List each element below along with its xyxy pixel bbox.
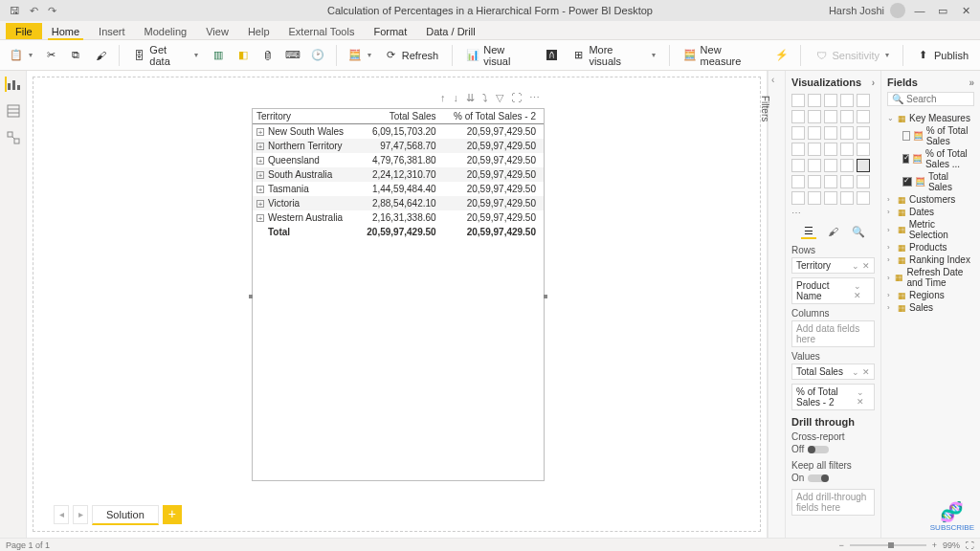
format-painter-button[interactable]: 🖌 [90, 46, 111, 65]
report-canvas[interactable]: ↑ ↓ ⇊ ⤵ ▽ ⛶ ⋯ Territory Total Sales % of… [33, 77, 761, 532]
filter-icon[interactable]: ▽ [496, 92, 503, 104]
excel-source-button[interactable]: ▥ [208, 46, 229, 65]
cut-button[interactable]: ✂ [40, 46, 61, 65]
columns-well[interactable]: Add data fields here [791, 320, 875, 347]
table-node[interactable]: ›▦Dates [887, 206, 974, 218]
table-row[interactable]: +South Australia2,24,12,310.7020,59,97,4… [253, 167, 544, 182]
maximize-button[interactable]: ▭ [934, 5, 951, 17]
visual-type-tile[interactable] [791, 126, 805, 140]
table-row[interactable]: +Queensland4,79,76,381.8020,59,97,429.50 [253, 153, 544, 167]
table-node[interactable]: ›▦Customers [887, 193, 974, 206]
visual-type-tile[interactable] [791, 94, 805, 107]
visual-type-tile[interactable] [808, 159, 821, 172]
visual-type-tile[interactable] [824, 175, 837, 188]
table-node[interactable]: ›▦Ranking Index [887, 253, 974, 266]
new-measure-button[interactable]: 🧮New measure [678, 41, 768, 70]
expand-filters-icon[interactable]: ‹ [771, 75, 774, 85]
publish-button[interactable]: ⬆Publish [911, 46, 974, 65]
cross-report-toggle[interactable] [808, 446, 829, 453]
zoom-out-button[interactable]: − [838, 540, 843, 550]
table-node[interactable]: ›▦Regions [887, 289, 974, 301]
redo-icon[interactable]: ↷ [48, 5, 56, 17]
user-name[interactable]: Harsh Joshi [829, 5, 884, 16]
copy-button[interactable]: ⧉ [65, 46, 86, 65]
sql-source-button[interactable]: 🛢 [257, 46, 278, 65]
enter-data-button[interactable]: ⌨ [282, 46, 303, 65]
keep-filters-toggle[interactable] [808, 474, 829, 482]
collapse-fields-icon[interactable]: » [969, 77, 974, 88]
tab-data-drill[interactable]: Data / Drill [416, 23, 484, 39]
table-row[interactable]: +Tasmania1,44,59,484.4020,59,97,429.50 [253, 182, 544, 196]
drill-up-icon[interactable]: ↑ [440, 92, 446, 104]
visual-type-tile[interactable] [840, 94, 854, 107]
visual-type-tile[interactable] [840, 110, 854, 123]
visual-type-tile[interactable] [857, 110, 870, 123]
visual-type-tile[interactable] [824, 110, 837, 123]
expand-all-icon[interactable]: ⤵ [482, 92, 488, 104]
new-visual-button[interactable]: 📊New visual [460, 41, 538, 70]
tab-home[interactable]: Home [42, 23, 89, 39]
visual-type-tile[interactable] [824, 94, 837, 107]
visual-type-tile[interactable] [791, 175, 805, 188]
refresh-button[interactable]: ⟳Refresh [379, 46, 445, 65]
visual-type-tile[interactable] [857, 159, 870, 172]
visual-type-tile[interactable] [857, 94, 870, 107]
remove-icon[interactable]: ✕ [862, 261, 870, 271]
rows-field-territory[interactable]: Territory⌄ ✕ [791, 257, 875, 274]
tab-format[interactable]: Format [364, 23, 416, 39]
visual-type-tile[interactable] [840, 175, 854, 188]
focus-mode-icon[interactable]: ⛶ [511, 92, 522, 104]
model-view-button[interactable] [6, 130, 21, 145]
visual-type-tile[interactable] [808, 110, 821, 123]
more-visuals-button[interactable]: ⊞More visuals▾ [567, 41, 661, 70]
table-row[interactable]: +Victoria2,88,54,642.1020,59,97,429.50 [253, 196, 544, 210]
tab-view[interactable]: View [196, 23, 238, 39]
measure-node[interactable]: 🧮Total Sales [902, 170, 974, 193]
table-node[interactable]: ›▦Products [887, 241, 974, 253]
save-icon[interactable]: 🖫 [10, 5, 20, 17]
zoom-slider[interactable] [850, 544, 926, 546]
visual-type-tile[interactable] [857, 126, 870, 140]
table-row[interactable]: +New South Wales6,09,15,703.2020,59,97,4… [253, 124, 544, 140]
tab-modeling[interactable]: Modeling [135, 23, 197, 39]
expand-icon[interactable]: + [256, 128, 264, 136]
expand-next-icon[interactable]: ⇊ [466, 92, 475, 104]
matrix-visual[interactable]: ↑ ↓ ⇊ ⤵ ▽ ⛶ ⋯ Territory Total Sales % of… [252, 108, 545, 481]
page-next-button[interactable]: ▸ [73, 505, 88, 524]
visual-type-tile[interactable] [840, 143, 854, 156]
recent-sources-button[interactable]: 🕑 [307, 46, 328, 65]
visual-type-tile[interactable] [857, 143, 870, 156]
col-total-sales[interactable]: Total Sales [358, 109, 444, 124]
col-pct[interactable]: % of Total Sales - 2 [444, 109, 544, 124]
undo-icon[interactable]: ↶ [30, 5, 38, 17]
zoom-in-button[interactable]: + [932, 540, 937, 550]
table-node[interactable]: ›▦Metric Selection [887, 218, 974, 241]
text-box-button[interactable]: 🅰 [542, 46, 563, 65]
remove-icon[interactable]: ✕ [862, 367, 870, 377]
table-row[interactable]: +Northern Territory97,47,568.7020,59,97,… [253, 139, 544, 153]
visual-type-tile[interactable] [791, 159, 805, 172]
more-options-icon[interactable]: ⋯ [529, 92, 540, 104]
visual-type-tile[interactable] [791, 143, 805, 156]
collapse-viz-icon[interactable]: › [872, 77, 875, 88]
add-page-button[interactable]: + [163, 505, 182, 524]
visual-type-tile[interactable] [857, 191, 870, 205]
measure-node[interactable]: 🧮% of Total Sales [902, 124, 974, 147]
visual-type-tile[interactable] [840, 191, 854, 205]
fields-tab-icon[interactable]: ☰ [801, 224, 816, 239]
table-node[interactable]: ›▦Refresh Date and Time [887, 266, 974, 289]
visual-type-tile[interactable] [824, 143, 837, 156]
visual-type-tile[interactable] [808, 94, 821, 107]
visual-type-tile[interactable] [840, 126, 854, 140]
table-row[interactable]: +Western Australia2,16,31,338.6020,59,97… [253, 210, 544, 225]
visual-type-tile[interactable] [857, 175, 870, 188]
drill-down-icon[interactable]: ↓ [454, 92, 459, 104]
drill-through-well[interactable]: Add drill-through fields here [791, 489, 875, 516]
report-view-button[interactable] [5, 77, 20, 92]
paste-button[interactable]: 📋▾ [6, 46, 36, 65]
remove-icon[interactable]: ✕ [854, 291, 861, 300]
tab-external-tools[interactable]: External Tools [279, 23, 365, 39]
search-input[interactable] [906, 94, 969, 104]
page-tab-solution[interactable]: Solution [92, 505, 159, 525]
visual-type-tile[interactable] [824, 159, 837, 172]
